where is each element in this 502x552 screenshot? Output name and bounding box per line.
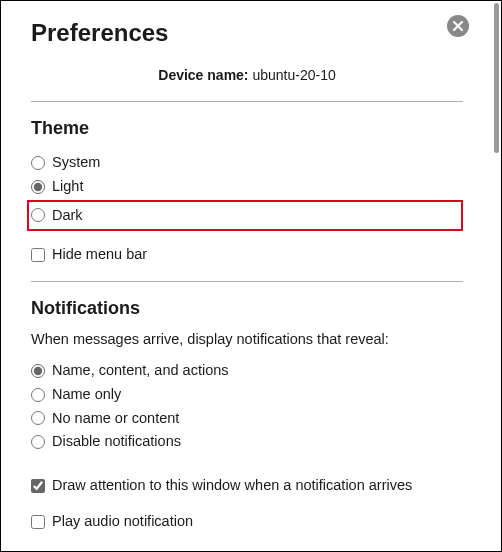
notif-option-disable[interactable]: Disable notifications bbox=[31, 430, 463, 454]
close-icon bbox=[452, 20, 464, 32]
theme-option-light[interactable]: Light bbox=[31, 175, 463, 199]
play-audio-checkbox[interactable] bbox=[31, 515, 45, 529]
page-title: Preferences bbox=[31, 19, 463, 47]
notif-radio-disable[interactable] bbox=[31, 435, 45, 449]
notifications-subhead: When messages arrive, display notificati… bbox=[31, 331, 463, 347]
notif-radio-full[interactable] bbox=[31, 364, 45, 378]
divider bbox=[31, 101, 463, 102]
notif-label-full: Name, content, and actions bbox=[52, 360, 229, 382]
theme-radio-dark[interactable] bbox=[31, 208, 45, 222]
notif-radio-none[interactable] bbox=[31, 411, 45, 425]
draw-attention-option[interactable]: Draw attention to this window when a not… bbox=[31, 474, 463, 498]
draw-attention-checkbox[interactable] bbox=[31, 479, 45, 493]
hide-menu-checkbox[interactable] bbox=[31, 248, 45, 262]
notif-label-name-only: Name only bbox=[52, 384, 121, 406]
theme-option-system[interactable]: System bbox=[31, 151, 463, 175]
notif-option-full[interactable]: Name, content, and actions bbox=[31, 359, 463, 383]
theme-section-title: Theme bbox=[31, 118, 463, 139]
notif-label-none: No name or content bbox=[52, 408, 179, 430]
play-audio-label: Play audio notification bbox=[52, 511, 193, 533]
preferences-panel: Preferences Device name: ubuntu-20-10 Th… bbox=[1, 1, 493, 551]
notif-option-name-only[interactable]: Name only bbox=[31, 383, 463, 407]
notif-option-none[interactable]: No name or content bbox=[31, 407, 463, 431]
divider bbox=[31, 281, 463, 282]
scrollbar-thumb[interactable] bbox=[494, 3, 499, 153]
close-button[interactable] bbox=[447, 15, 469, 37]
highlight-box: Dark bbox=[27, 200, 463, 232]
device-name-row: Device name: ubuntu-20-10 bbox=[31, 67, 463, 83]
hide-menu-label: Hide menu bar bbox=[52, 244, 147, 266]
theme-radio-system[interactable] bbox=[31, 156, 45, 170]
device-name-value: ubuntu-20-10 bbox=[252, 67, 335, 83]
play-audio-option[interactable]: Play audio notification bbox=[31, 510, 463, 534]
notifications-section-title: Notifications bbox=[31, 298, 463, 319]
device-name-label: Device name: bbox=[158, 67, 248, 83]
theme-label-dark: Dark bbox=[52, 205, 83, 227]
theme-option-dark[interactable]: Dark bbox=[31, 204, 441, 228]
theme-options: System Light Dark Hide menu bar bbox=[31, 151, 463, 267]
notif-label-disable: Disable notifications bbox=[52, 431, 181, 453]
theme-label-light: Light bbox=[52, 176, 83, 198]
theme-label-system: System bbox=[52, 152, 100, 174]
notification-reveal-options: Name, content, and actions Name only No … bbox=[31, 359, 463, 454]
notif-radio-name-only[interactable] bbox=[31, 388, 45, 402]
theme-radio-light[interactable] bbox=[31, 180, 45, 194]
draw-attention-label: Draw attention to this window when a not… bbox=[52, 475, 412, 497]
hide-menu-option[interactable]: Hide menu bar bbox=[31, 243, 463, 267]
